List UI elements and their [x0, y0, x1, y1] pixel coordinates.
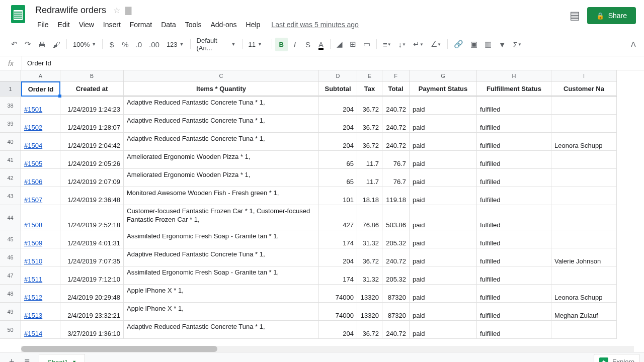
cell-payment-status[interactable]: paid — [410, 187, 477, 205]
order-id-link[interactable]: #1512 — [21, 285, 60, 303]
order-id-link[interactable]: #1507 — [21, 187, 60, 205]
row-header[interactable]: 43 — [0, 187, 21, 205]
cell-payment-status[interactable]: paid — [410, 321, 477, 339]
row-header[interactable]: 46 — [0, 248, 21, 266]
cell-fulfillment-status[interactable]: fulfilled — [477, 230, 551, 248]
row-header[interactable]: 44 — [0, 205, 21, 230]
cell-total[interactable]: 205.32 — [382, 230, 410, 248]
paint-format-icon[interactable]: 🖌 — [50, 37, 63, 52]
order-id-link[interactable]: #1511 — [21, 266, 60, 285]
cell-subtotal[interactable]: 204 — [319, 115, 357, 133]
cell-customer[interactable] — [551, 169, 617, 187]
cell-created[interactable]: 2/4/2019 20:29:48 — [60, 285, 124, 303]
print-icon[interactable]: 🖶 — [35, 37, 49, 52]
row-header[interactable]: 39 — [0, 115, 21, 133]
order-id-link[interactable]: #1508 — [21, 205, 60, 230]
star-icon[interactable]: ☆ — [113, 6, 120, 15]
cell-payment-status[interactable]: paid — [410, 169, 477, 187]
row-header[interactable]: 48 — [0, 285, 21, 303]
column-header-H[interactable]: H — [477, 70, 551, 81]
menu-format[interactable]: Format — [126, 19, 156, 31]
cell-customer[interactable] — [551, 205, 617, 230]
cell-customer[interactable]: Leonora Schupp — [551, 285, 617, 303]
cell-created[interactable]: 1/24/2019 7:12:10 — [60, 266, 124, 285]
all-sheets-button[interactable]: ≡ — [20, 352, 35, 362]
cell-subtotal[interactable]: 65 — [319, 151, 357, 169]
percent-icon[interactable]: % — [119, 37, 131, 52]
cell-items[interactable]: Apple iPhone X * 1, — [124, 303, 319, 321]
row-header[interactable]: 45 — [0, 230, 21, 248]
cell-created[interactable]: 1/24/2019 2:04:42 — [60, 133, 124, 151]
cell-payment-status[interactable]: paid — [410, 133, 477, 151]
row-header[interactable]: 42 — [0, 169, 21, 187]
strikethrough-button[interactable]: S — [302, 37, 314, 52]
comments-icon[interactable]: ▤ — [570, 9, 580, 22]
explore-button[interactable]: ✦ Explore — [594, 354, 640, 363]
cell-fulfillment-status[interactable]: fulfilled — [477, 187, 551, 205]
cell-created[interactable]: 1/24/2019 2:07:09 — [60, 169, 124, 187]
font-size-dropdown[interactable]: 11▼ — [246, 39, 269, 50]
cell-tax[interactable]: 13320 — [357, 285, 382, 303]
cell-created[interactable]: 1/24/2019 2:05:26 — [60, 151, 124, 169]
column-header-G[interactable]: G — [410, 70, 477, 81]
cell-customer[interactable] — [551, 97, 617, 115]
cell-fulfillment-status[interactable]: fulfilled — [477, 97, 551, 115]
cell-fulfillment-status[interactable]: fulfilled — [477, 285, 551, 303]
cell-items[interactable]: Adaptive Reduced Fantastic Concrete Tuna… — [124, 321, 319, 339]
order-id-link[interactable]: #1504 — [21, 133, 60, 151]
cell-items[interactable]: Adaptive Reduced Fantastic Concrete Tuna… — [124, 115, 319, 133]
cell-customer[interactable]: Meghan Zulauf — [551, 303, 617, 321]
share-button[interactable]: 🔒 Share — [587, 7, 636, 24]
collapse-toolbar-icon[interactable]: ᐱ — [631, 40, 636, 48]
cell-items[interactable]: Adaptive Reduced Fantastic Concrete Tuna… — [124, 97, 319, 115]
row-header[interactable]: 41 — [0, 151, 21, 169]
cell-subtotal[interactable]: 74000 — [319, 303, 357, 321]
filter-icon[interactable]: ▼ — [496, 37, 509, 52]
decrease-decimal-icon[interactable]: .0 — [133, 37, 145, 52]
table-header-1[interactable]: Created at — [60, 81, 124, 97]
last-edit-link[interactable]: Last edit was 5 minutes ago — [271, 21, 359, 29]
cell-created[interactable]: 1/24/2019 2:52:18 — [60, 205, 124, 230]
cell-fulfillment-status[interactable]: fulfilled — [477, 133, 551, 151]
cell-tax[interactable]: 11.7 — [357, 169, 382, 187]
cell-payment-status[interactable]: paid — [410, 151, 477, 169]
cell-subtotal[interactable]: 204 — [319, 321, 357, 339]
bold-button[interactable]: B — [275, 38, 288, 51]
menu-insert[interactable]: Insert — [99, 19, 125, 31]
cell-tax[interactable]: 31.32 — [357, 230, 382, 248]
cell-customer[interactable] — [551, 187, 617, 205]
number-format-dropdown[interactable]: 123▼ — [164, 39, 187, 50]
cell-subtotal[interactable]: 204 — [319, 248, 357, 266]
cell-customer[interactable] — [551, 151, 617, 169]
cell-customer[interactable] — [551, 115, 617, 133]
cell-customer[interactable]: Leonora Schupp — [551, 133, 617, 151]
cell-payment-status[interactable]: paid — [410, 115, 477, 133]
cell-created[interactable]: 1/24/2019 1:24:23 — [60, 97, 124, 115]
cell-payment-status[interactable]: paid — [410, 266, 477, 285]
cell-fulfillment-status[interactable]: fulfilled — [477, 115, 551, 133]
table-header-5[interactable]: Total — [382, 81, 410, 97]
menu-tools[interactable]: Tools — [181, 19, 206, 31]
cell-created[interactable]: 1/24/2019 4:01:31 — [60, 230, 124, 248]
cell-tax[interactable]: 11.7 — [357, 151, 382, 169]
order-id-link[interactable]: #1501 — [21, 97, 60, 115]
column-header-B[interactable]: B — [60, 70, 124, 81]
table-header-6[interactable]: Payment Status — [410, 81, 477, 97]
menu-help[interactable]: Help — [242, 19, 265, 31]
increase-decimal-icon[interactable]: .00 — [146, 37, 163, 52]
cell-customer[interactable] — [551, 321, 617, 339]
cell-tax[interactable]: 36.72 — [357, 248, 382, 266]
column-header-D[interactable]: D — [319, 70, 357, 81]
column-header-E[interactable]: E — [357, 70, 382, 81]
select-all-corner[interactable] — [0, 70, 21, 81]
cell-total[interactable]: 119.18 — [382, 187, 410, 205]
cell-fulfillment-status[interactable]: fulfilled — [477, 248, 551, 266]
cell-tax[interactable]: 76.86 — [357, 205, 382, 230]
spreadsheet-grid[interactable]: ABCDEFGHI1Order IdCreated atItems * Quan… — [0, 70, 644, 352]
order-id-link[interactable]: #1514 — [21, 321, 60, 339]
cell-tax[interactable]: 36.72 — [357, 321, 382, 339]
cell-items[interactable]: Apple iPhone X * 1, — [124, 285, 319, 303]
cell-fulfillment-status[interactable]: fulfilled — [477, 151, 551, 169]
menu-file[interactable]: File — [33, 19, 53, 31]
zoom-dropdown[interactable]: 100%▼ — [70, 39, 99, 50]
